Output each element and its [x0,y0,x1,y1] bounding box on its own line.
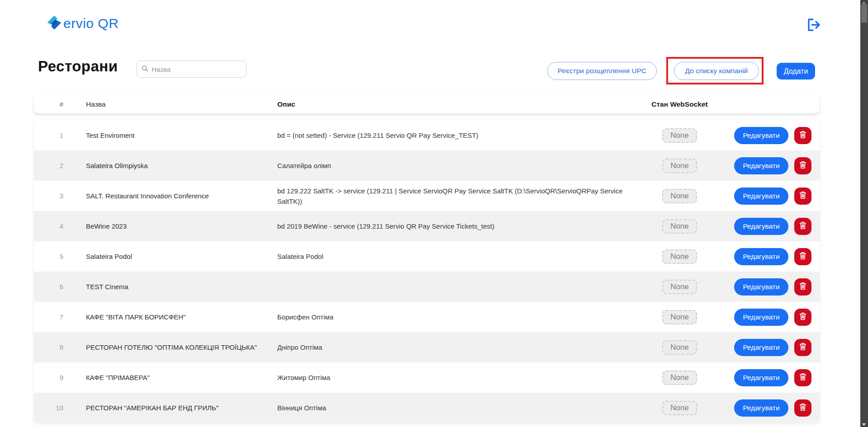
restaurant-description: bd 2019 BeWine - service (129.211 Servio… [277,221,642,231]
app-logo: ervio QR [44,13,119,34]
row-number: 9 [34,374,63,381]
row-actions: Редагувати [717,127,820,144]
trash-icon [799,252,806,261]
table-row: 8 РЕСТОРАН ГОТЕЛЮ "ОПТІМА КОЛЕКЦІЯ ТРОЇЦ… [34,332,820,362]
header-websocket: Стан WebSocket [642,100,717,108]
edit-button[interactable]: Редагувати [734,218,788,235]
row-number: 8 [34,343,63,351]
vertical-scrollbar[interactable] [860,0,868,427]
restaurant-description: Борисфен Оптіма [277,312,642,322]
edit-button[interactable]: Редагувати [734,309,788,326]
websocket-status-cell: None [642,340,717,355]
trash-icon [799,312,806,322]
restaurant-name: КАФЕ "ПРІМАВЕРА" [63,374,277,381]
trash-icon [799,191,806,201]
delete-button[interactable] [794,127,811,144]
restaurant-description: bd 129.222 SaltTK -> service (129.211 | … [277,186,642,206]
row-number: 5 [34,253,63,260]
row-number: 3 [34,192,63,200]
status-badge: None [662,189,697,203]
status-badge: None [662,159,697,173]
add-button[interactable]: Додати [777,63,815,80]
table-row: 2 Salateira Olimpiyska Салатейра олімп N… [34,150,820,181]
row-actions: Редагувати [717,369,820,386]
delete-button[interactable] [794,188,811,205]
delete-button[interactable] [794,339,811,356]
row-number: 2 [34,162,63,169]
delete-button[interactable] [794,218,811,235]
restaurant-name: BeWine 2023 [63,222,277,230]
trash-icon [799,161,806,170]
websocket-status-cell: None [642,219,717,234]
trash-icon [799,373,806,382]
search-icon [142,65,148,74]
edit-button[interactable]: Редагувати [734,188,788,205]
table-row: 10 РЕСТОРАН "АМЕРІКАН БАР ЕНД ГРИЛЬ" Він… [34,393,820,423]
websocket-status-cell: None [642,401,717,415]
status-badge: None [662,219,697,234]
edit-button[interactable]: Редагувати [734,127,788,144]
logout-button[interactable] [806,18,823,33]
search-box [137,61,247,78]
row-number: 4 [34,222,63,230]
edit-button[interactable]: Редагувати [734,339,788,356]
scrollbar-thumb[interactable] [861,5,867,23]
table-row: 4 BeWine 2023 bd 2019 BeWine - service (… [34,211,820,241]
table-row: 5 Salateira Podol Salateira Podol None Р… [34,241,820,272]
to-companies-button[interactable]: До списку компаній [674,62,759,80]
restaurant-name: РЕСТОРАН "АМЕРІКАН БАР ЕНД ГРИЛЬ" [63,404,277,412]
trash-icon [799,221,806,231]
edit-button[interactable]: Редагувати [734,399,788,417]
restaurant-description: Salateira Podol [277,251,642,262]
edit-button[interactable]: Редагувати [734,278,788,296]
row-number: 1 [34,131,63,139]
status-badge: None [662,310,697,324]
delete-button[interactable] [794,369,811,386]
restaurant-name: Salateira Podol [63,253,277,260]
app-logo-text: ervio QR [63,16,119,31]
websocket-status-cell: None [642,371,717,385]
websocket-status-cell: None [642,280,717,294]
trash-icon [799,282,806,291]
delete-button[interactable] [794,278,811,296]
row-actions: Редагувати [717,399,820,417]
servio-s-icon [44,13,64,34]
search-input[interactable] [152,66,242,73]
row-number: 6 [34,283,63,291]
delete-button[interactable] [794,248,811,265]
row-actions: Редагувати [717,157,820,174]
row-actions: Редагувати [717,248,820,265]
edit-button[interactable]: Редагувати [734,248,788,265]
delete-button[interactable] [794,399,811,417]
table-row: 7 КАФЕ "ВІТА ПАРК БОРИСФЕН" Борисфен Опт… [34,302,820,332]
websocket-status-cell: None [642,189,717,203]
scrollbar-down-arrow-icon[interactable] [862,423,866,426]
trash-icon [799,131,806,140]
delete-button[interactable] [794,309,811,326]
row-number: 7 [34,313,63,321]
restaurant-name: КАФЕ "ВІТА ПАРК БОРИСФЕН" [63,313,277,321]
table-body: 1 Test Enviroment bd = (not setted) - Se… [34,120,820,423]
row-actions: Редагувати [717,188,820,205]
header-name: Назва [63,100,277,108]
websocket-status-cell: None [642,310,717,324]
restaurant-name: Salateira Olimpiyska [63,162,277,169]
header-num: # [34,100,63,108]
restaurant-description: Салатейра олімп [277,160,642,171]
upc-registries-button[interactable]: Реєстри розщеплення UPC [547,62,657,80]
status-badge: None [662,340,697,355]
status-badge: None [662,249,697,264]
restaurant-name: SALT. Restaurant Innovation Conference [63,192,277,200]
edit-button[interactable]: Редагувати [734,157,788,174]
table-header: # Назва Опис Стан WebSocket [34,95,820,113]
scrollbar-up-arrow-icon[interactable] [862,2,866,4]
edit-button[interactable]: Редагувати [734,369,788,386]
row-actions: Редагувати [717,309,820,326]
restaurant-description: bd = (not setted) - Service (129.211 Ser… [277,130,642,141]
table-row: 6 TEST Cinema None Редагувати [34,272,820,302]
row-actions: Редагувати [717,218,820,235]
restaurant-name: РЕСТОРАН ГОТЕЛЮ "ОПТІМА КОЛЕКЦІЯ ТРОЇЦЬК… [63,343,277,351]
delete-button[interactable] [794,157,811,174]
trash-icon [799,343,806,352]
restaurant-name: Test Enviroment [63,131,277,139]
